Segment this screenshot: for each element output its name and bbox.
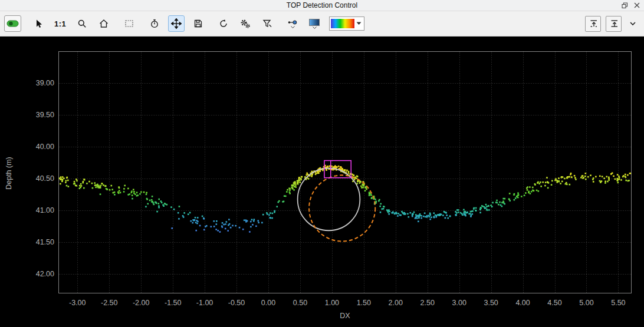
- top-detection-control-window: TOP Detection Control 1:1: [0, 0, 644, 327]
- filter-button[interactable]: [259, 15, 275, 32]
- y-tick-label: 41.50: [36, 238, 54, 246]
- x-tick-label: 5.50: [611, 299, 625, 307]
- plot-wrap: Depth (m) 39.0039.5040.0040.5041.0041.50…: [0, 37, 644, 327]
- close-icon: [634, 2, 640, 8]
- pan-tool-button[interactable]: [168, 15, 185, 32]
- x-tick-label: 0.50: [293, 299, 307, 307]
- window-controls: [620, 0, 641, 11]
- filter-icon: [262, 19, 272, 28]
- node-point-icon: [288, 19, 297, 25]
- x-tick-label: -2.50: [101, 299, 118, 307]
- x-tick-label: -2.00: [133, 299, 150, 307]
- x-tick-label: 1.50: [357, 299, 371, 307]
- timer-button[interactable]: [146, 15, 163, 32]
- color-swatch-icon: [309, 19, 320, 26]
- x-tick-label: 0.00: [261, 299, 275, 307]
- chevron-down-icon: [356, 22, 362, 25]
- stopwatch-icon: [150, 19, 159, 28]
- x-tick-label: 2.50: [420, 299, 435, 307]
- y-tick-label: 42.00: [36, 270, 54, 278]
- x-tick-label: 4.50: [547, 299, 561, 307]
- cursor-tool-button[interactable]: [30, 15, 47, 32]
- zoom-region-button[interactable]: [121, 15, 137, 32]
- zoom-1to1-button[interactable]: 1:1: [52, 15, 68, 32]
- zoom-tool-button[interactable]: [74, 15, 90, 32]
- chevron-down-icon: [313, 27, 317, 29]
- x-tick-label: 5.00: [579, 299, 593, 307]
- float-icon: [622, 2, 628, 9]
- settings-button[interactable]: [237, 15, 254, 32]
- pan-arrows-icon: [171, 18, 182, 29]
- color-swatch-button[interactable]: [306, 14, 323, 33]
- colormap-select[interactable]: [329, 16, 364, 31]
- x-tick-label: -1.50: [165, 299, 182, 307]
- toolbar: 1:1: [0, 11, 644, 37]
- scatter-canvas[interactable]: [59, 52, 631, 293]
- save-button[interactable]: [190, 15, 206, 32]
- y-tick-label: 40.50: [36, 174, 54, 183]
- x-tick-label: 3.00: [452, 299, 466, 307]
- chevron-down-icon: [291, 26, 295, 28]
- home-icon: [99, 19, 109, 28]
- point-style-button[interactable]: [284, 14, 301, 33]
- x-axis-title: DX: [340, 312, 350, 320]
- y-tick-label: 39.50: [36, 111, 54, 119]
- y-tick-label: 40.00: [36, 143, 54, 151]
- colormap-gradient-icon: [331, 19, 354, 28]
- chevron-down-icon: [629, 21, 636, 26]
- x-tick-label: -0.50: [228, 299, 245, 307]
- view-preset-button-1[interactable]: [585, 16, 601, 32]
- view-preset-button-2[interactable]: [606, 16, 622, 32]
- measure-toggle-button[interactable]: [4, 15, 21, 32]
- float-button[interactable]: [620, 1, 629, 9]
- x-tick-label: 1.00: [325, 299, 339, 307]
- titlebar[interactable]: TOP Detection Control: [0, 0, 644, 11]
- x-tick-label: 3.50: [484, 299, 498, 307]
- refresh-button[interactable]: [215, 15, 232, 32]
- x-tick-label: 2.00: [389, 299, 403, 307]
- save-floppy-icon: [193, 19, 203, 28]
- view-preset-icon-1: [589, 19, 597, 28]
- zoom-1to1-label: 1:1: [54, 19, 66, 28]
- y-tick-label: 41.00: [36, 206, 54, 214]
- toolbar-expand-button[interactable]: [626, 16, 640, 32]
- x-tick-label: -1.00: [196, 299, 213, 307]
- close-button[interactable]: [633, 1, 641, 9]
- window-title: TOP Detection Control: [287, 1, 357, 9]
- y-tick-labels: 39.0039.5040.0040.5041.0041.5042.00: [0, 52, 54, 293]
- x-tick-label: 4.00: [515, 299, 530, 307]
- green-led-toggle-icon: [6, 19, 19, 28]
- cursor-icon: [34, 19, 43, 28]
- zoom-region-icon: [124, 19, 134, 28]
- home-view-button[interactable]: [96, 15, 112, 32]
- gears-icon: [240, 19, 251, 29]
- magnifier-icon: [77, 19, 87, 28]
- x-tick-labels: -3.00-2.50-2.00-1.50-1.00-0.500.000.501.…: [59, 298, 631, 308]
- colormap-dropdown-arrow[interactable]: [354, 19, 363, 28]
- view-preset-icon-2: [610, 19, 617, 28]
- y-tick-label: 39.00: [36, 79, 54, 87]
- x-tick-label: -3.00: [69, 299, 86, 307]
- refresh-icon: [219, 19, 228, 28]
